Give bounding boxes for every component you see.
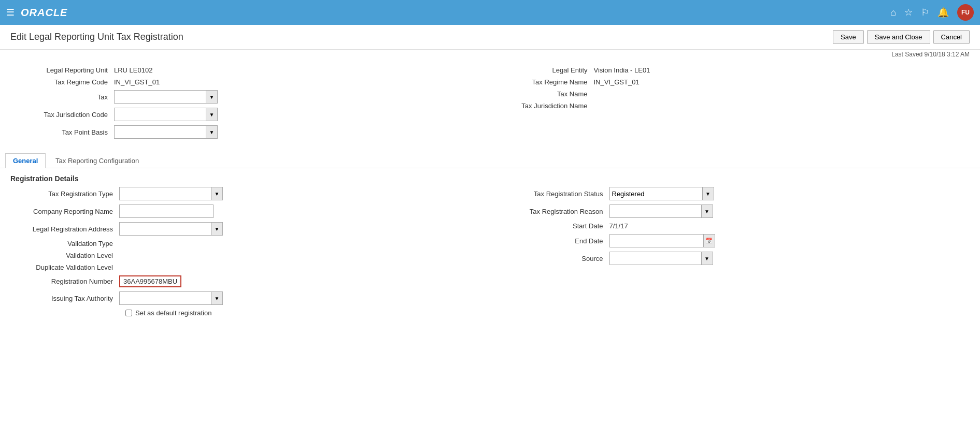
issuing-tax-authority-wrapper: ▼ xyxy=(119,291,223,305)
top-nav-left: ☰ ORACLE xyxy=(6,7,67,19)
tax-jurisdiction-name-row: Tax Jurisdiction Name xyxy=(490,102,970,110)
tax-registration-reason-input[interactable] xyxy=(609,204,702,218)
tax-regime-name-row: Tax Regime Name IN_VI_GST_01 xyxy=(490,78,970,86)
source-input[interactable] xyxy=(609,252,702,265)
tax-name-row: Tax Name xyxy=(490,90,970,98)
tax-point-basis-row: Tax Point Basis ▼ xyxy=(10,125,490,139)
legal-entity-label: Legal Entity xyxy=(490,66,594,74)
last-saved-bar: Last Saved 9/10/18 3:12 AM xyxy=(0,50,980,61)
tax-regime-code-row: Tax Regime Code IN_VI_GST_01 xyxy=(10,78,490,86)
tax-regime-code-label: Tax Regime Code xyxy=(10,78,114,86)
issuing-tax-authority-row: Issuing Tax Authority ▼ xyxy=(5,291,485,305)
tax-point-basis-input[interactable] xyxy=(114,125,206,139)
tax-regime-name-label: Tax Regime Name xyxy=(490,78,594,86)
legal-reporting-unit-label: Legal Reporting Unit xyxy=(10,66,114,74)
hamburger-icon[interactable]: ☰ xyxy=(6,7,15,18)
start-date-row: Start Date 7/1/17 xyxy=(495,222,975,230)
top-nav: ☰ ORACLE ⌂ ☆ ⚐ 🔔 FU xyxy=(0,0,980,25)
tax-regime-code-value: IN_VI_GST_01 xyxy=(114,78,160,86)
home-icon[interactable]: ⌂ xyxy=(890,7,896,18)
last-saved-text: Last Saved 9/10/18 3:12 AM xyxy=(891,51,970,58)
reg-form-right: Tax Registration Status ▼ Tax Registrati… xyxy=(495,187,975,317)
flag-icon[interactable]: ⚐ xyxy=(921,7,929,18)
legal-registration-address-wrapper: ▼ xyxy=(119,222,223,236)
star-icon[interactable]: ☆ xyxy=(904,7,913,18)
end-date-input[interactable] xyxy=(609,234,704,247)
set-as-default-checkbox[interactable] xyxy=(125,310,132,316)
tax-registration-type-dropdown[interactable]: ▼ xyxy=(211,187,223,200)
tax-registration-status-input[interactable] xyxy=(609,187,703,200)
tab-tax-reporting-config[interactable]: Tax Reporting Configuration xyxy=(48,153,147,168)
source-wrapper: ▼ xyxy=(609,252,713,265)
tax-point-basis-label: Tax Point Basis xyxy=(10,128,114,136)
tax-jurisdiction-code-label: Tax Jurisdiction Code xyxy=(10,111,114,119)
registration-form: Tax Registration Type ▼ Company Reportin… xyxy=(5,187,975,317)
page-header: Edit Legal Reporting Unit Tax Registrati… xyxy=(0,25,980,50)
duplicate-validation-level-row: Duplicate Validation Level xyxy=(5,264,485,271)
issuing-tax-authority-input[interactable] xyxy=(119,291,211,305)
page-title: Edit Legal Reporting Unit Tax Registrati… xyxy=(10,32,183,42)
company-reporting-name-input[interactable] xyxy=(119,204,214,218)
validation-type-label: Validation Type xyxy=(5,240,119,247)
save-button[interactable]: Save xyxy=(833,30,864,44)
tax-jurisdiction-code-input[interactable] xyxy=(114,108,206,121)
tax-dropdown-btn[interactable]: ▼ xyxy=(206,90,218,104)
end-date-label: End Date xyxy=(495,237,609,245)
tax-row: Tax ▼ xyxy=(10,90,490,104)
set-as-default-row: Set as default registration xyxy=(125,309,485,317)
reg-form-left: Tax Registration Type ▼ Company Reportin… xyxy=(5,187,485,317)
issuing-tax-authority-label: Issuing Tax Authority xyxy=(5,295,119,302)
tax-select-wrapper: ▼ xyxy=(114,90,218,104)
tax-registration-type-input[interactable] xyxy=(119,187,211,200)
oracle-logo: ORACLE xyxy=(21,7,67,19)
bell-icon[interactable]: 🔔 xyxy=(938,7,949,18)
legal-entity-value: Vision India - LE01 xyxy=(594,66,650,74)
tax-registration-reason-dropdown[interactable]: ▼ xyxy=(702,204,713,218)
tax-registration-status-label: Tax Registration Status xyxy=(495,190,609,198)
tax-jurisdiction-name-label: Tax Jurisdiction Name xyxy=(490,102,594,110)
registration-number-label: Registration Number xyxy=(5,277,119,285)
tax-point-basis-dropdown-btn[interactable]: ▼ xyxy=(206,125,218,139)
legal-entity-row: Legal Entity Vision India - LE01 xyxy=(490,66,970,74)
tax-registration-status-dropdown[interactable]: ▼ xyxy=(703,187,714,200)
tax-label: Tax xyxy=(10,93,114,101)
tax-registration-status-row: Tax Registration Status ▼ xyxy=(495,187,975,200)
registration-number-value[interactable]: 36AA995678MBU xyxy=(119,275,181,287)
validation-level-label: Validation Level xyxy=(5,252,119,259)
company-reporting-name-label: Company Reporting Name xyxy=(5,208,119,215)
tax-jurisdiction-code-dropdown-btn[interactable]: ▼ xyxy=(206,108,218,121)
issuing-tax-authority-dropdown[interactable]: ▼ xyxy=(211,291,223,305)
tax-registration-reason-row: Tax Registration Reason ▼ xyxy=(495,204,975,218)
tax-jurisdiction-code-select-wrapper: ▼ xyxy=(114,108,218,121)
top-nav-right: ⌂ ☆ ⚐ 🔔 FU xyxy=(890,4,974,21)
header-form-right: Legal Entity Vision India - LE01 Tax Reg… xyxy=(490,66,970,143)
duplicate-validation-level-label: Duplicate Validation Level xyxy=(5,264,119,271)
tax-registration-type-wrapper: ▼ xyxy=(119,187,223,200)
legal-reporting-unit-value: LRU LE0102 xyxy=(114,66,152,74)
tax-registration-type-row: Tax Registration Type ▼ xyxy=(5,187,485,200)
tax-registration-status-wrapper: ▼ xyxy=(609,187,714,200)
tax-input[interactable] xyxy=(114,90,206,104)
legal-registration-address-dropdown[interactable]: ▼ xyxy=(211,222,223,236)
tax-point-basis-select-wrapper: ▼ xyxy=(114,125,218,139)
start-date-label: Start Date xyxy=(495,222,609,230)
end-date-calendar-btn[interactable]: 📅 xyxy=(704,234,715,247)
validation-type-row: Validation Type xyxy=(5,240,485,247)
tax-registration-reason-label: Tax Registration Reason xyxy=(495,208,609,215)
header-buttons: Save Save and Close Cancel xyxy=(833,30,970,44)
source-row: Source ▼ xyxy=(495,252,975,265)
registration-number-row: Registration Number 36AA995678MBU xyxy=(5,275,485,287)
legal-registration-address-input[interactable] xyxy=(119,222,211,236)
header-form-left: Legal Reporting Unit LRU LE0102 Tax Regi… xyxy=(10,66,490,143)
tax-name-label: Tax Name xyxy=(490,90,594,98)
cancel-button[interactable]: Cancel xyxy=(933,30,970,44)
validation-level-row: Validation Level xyxy=(5,252,485,259)
legal-reporting-unit-row: Legal Reporting Unit LRU LE0102 xyxy=(10,66,490,74)
user-avatar[interactable]: FU xyxy=(957,4,974,21)
source-dropdown[interactable]: ▼ xyxy=(702,252,713,265)
save-and-close-button[interactable]: Save and Close xyxy=(867,30,930,44)
set-as-default-label: Set as default registration xyxy=(135,309,211,317)
header-form-area: Legal Reporting Unit LRU LE0102 Tax Regi… xyxy=(0,61,980,148)
tab-general[interactable]: General xyxy=(5,153,46,168)
header-form: Legal Reporting Unit LRU LE0102 Tax Regi… xyxy=(10,66,970,143)
